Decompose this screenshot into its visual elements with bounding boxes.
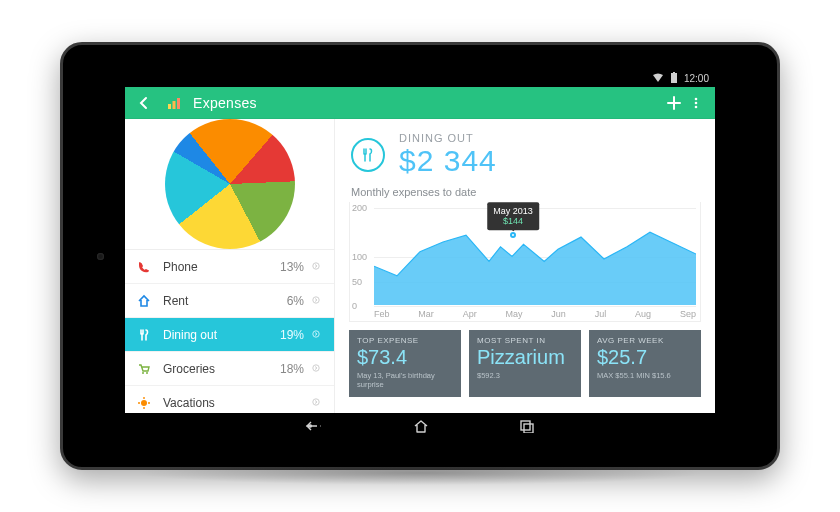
svg-point-9 xyxy=(313,296,319,302)
nav-home-icon[interactable] xyxy=(413,419,429,437)
chart-tooltip: May 2013$144 xyxy=(487,202,539,230)
page-title: Expenses xyxy=(193,95,257,111)
svg-point-13 xyxy=(313,364,319,370)
chart-x-tick: Sep xyxy=(680,309,696,319)
tooltip-label: May 2013 xyxy=(493,206,533,216)
stat-card-0[interactable]: TOP EXPENSE$73.4May 13, Paul's birthday … xyxy=(349,330,461,397)
chart-x-tick: May xyxy=(506,309,523,319)
category-label: Groceries xyxy=(163,362,264,376)
detail-category-label: DINING OUT xyxy=(399,133,497,145)
svg-rect-2 xyxy=(168,104,171,109)
category-label: Phone xyxy=(163,260,264,274)
detail-header: DINING OUT $2 344 xyxy=(335,119,715,182)
stat-card-1[interactable]: MOST SPENT INPizzarium$592.3 xyxy=(469,330,581,397)
chevron-right-icon xyxy=(308,362,324,376)
chart-x-tick: Apr xyxy=(463,309,477,319)
chevron-right-icon xyxy=(308,260,324,274)
svg-rect-3 xyxy=(173,101,176,109)
category-row-dining[interactable]: Dining out19% xyxy=(125,318,334,352)
category-row-rent[interactable]: Rent6% xyxy=(125,284,334,318)
stat-card-title: TOP EXPENSE xyxy=(357,336,453,345)
chart-x-tick: Mar xyxy=(418,309,434,319)
svg-point-5 xyxy=(695,97,698,100)
category-label: Vacations xyxy=(163,396,264,410)
stat-card-value: $73.4 xyxy=(357,346,453,369)
right-pane: DINING OUT $2 344 Monthly expenses to da… xyxy=(335,119,715,413)
chart-y-tick: 50 xyxy=(352,277,362,287)
svg-point-11 xyxy=(142,372,144,374)
category-label: Dining out xyxy=(163,328,264,342)
left-pane: Phone13%Rent6%Dining out19%Groceries18%V… xyxy=(125,119,335,413)
category-list: Phone13%Rent6%Dining out19%Groceries18%V… xyxy=(125,249,334,420)
stat-card-title: AVG PER WEEK xyxy=(597,336,693,345)
nav-recents-icon[interactable] xyxy=(519,419,535,437)
add-button[interactable] xyxy=(663,92,685,114)
status-time: 12:00 xyxy=(684,73,709,84)
category-percent: 19% xyxy=(264,328,304,342)
svg-point-6 xyxy=(695,101,698,104)
chart-gridline xyxy=(374,306,696,307)
svg-point-10 xyxy=(313,330,319,336)
chevron-right-icon xyxy=(308,396,324,410)
category-label: Rent xyxy=(163,294,264,308)
chevron-right-icon xyxy=(308,328,324,342)
svg-rect-1 xyxy=(673,72,675,74)
monthly-chart[interactable]: Monthly expenses to date 050100200FebMar… xyxy=(335,182,715,330)
chart-y-tick: 100 xyxy=(352,252,367,262)
cart-icon xyxy=(135,360,153,378)
pie-chart[interactable] xyxy=(125,119,334,249)
home-icon xyxy=(135,292,153,310)
stat-card-value: Pizzarium xyxy=(477,346,573,369)
app-action-bar: Expenses xyxy=(125,87,715,119)
chart-x-tick: Feb xyxy=(374,309,390,319)
overflow-menu-icon[interactable] xyxy=(685,92,707,114)
nav-back-icon[interactable] xyxy=(305,419,323,437)
tablet-screen: 12:00 Expenses xyxy=(125,69,715,443)
svg-point-14 xyxy=(141,400,147,406)
back-icon[interactable] xyxy=(133,92,155,114)
stat-cards: TOP EXPENSE$73.4May 13, Paul's birthday … xyxy=(335,330,715,409)
svg-point-12 xyxy=(146,372,148,374)
sun-icon xyxy=(135,394,153,412)
category-percent: 18% xyxy=(264,362,304,376)
chart-x-tick: Aug xyxy=(635,309,651,319)
chart-y-tick: 200 xyxy=(352,203,367,213)
app-content: Phone13%Rent6%Dining out19%Groceries18%V… xyxy=(125,119,715,413)
svg-rect-21 xyxy=(524,424,533,433)
battery-icon xyxy=(670,72,678,84)
dining-icon xyxy=(135,326,153,344)
svg-rect-20 xyxy=(521,421,530,430)
tablet-frame: 12:00 Expenses xyxy=(60,42,780,470)
svg-point-8 xyxy=(313,262,319,268)
category-percent: 13% xyxy=(264,260,304,274)
stat-card-note: MAX $55.1 MIN $15.6 xyxy=(597,371,693,380)
chart-y-tick: 0 xyxy=(352,301,357,311)
app-logo-icon xyxy=(163,92,185,114)
svg-point-19 xyxy=(313,398,319,404)
stat-card-note: May 13, Paul's birthday surprise xyxy=(357,371,453,389)
tablet-camera xyxy=(97,253,104,260)
chart-x-tick: Jul xyxy=(595,309,607,319)
dining-icon xyxy=(351,138,385,172)
stat-card-note: $592.3 xyxy=(477,371,573,380)
svg-rect-0 xyxy=(671,73,677,83)
svg-point-7 xyxy=(695,105,698,108)
category-percent: 6% xyxy=(264,294,304,308)
chevron-right-icon xyxy=(308,294,324,308)
wifi-icon xyxy=(652,73,664,83)
tooltip-value: $144 xyxy=(493,216,533,226)
chart-title: Monthly expenses to date xyxy=(351,186,699,198)
chart-x-tick: Jun xyxy=(551,309,566,319)
android-status-bar: 12:00 xyxy=(125,69,715,87)
phone-icon xyxy=(135,258,153,276)
stat-card-2[interactable]: AVG PER WEEK$25.7MAX $55.1 MIN $15.6 xyxy=(589,330,701,397)
svg-rect-4 xyxy=(177,98,180,109)
category-row-phone[interactable]: Phone13% xyxy=(125,250,334,284)
android-nav-bar xyxy=(125,413,715,443)
stat-card-value: $25.7 xyxy=(597,346,693,369)
detail-amount: $2 344 xyxy=(399,145,497,177)
stat-card-title: MOST SPENT IN xyxy=(477,336,573,345)
chart-x-axis: FebMarAprMayJunJulAugSep xyxy=(374,309,696,319)
category-row-groceries[interactable]: Groceries18% xyxy=(125,352,334,386)
